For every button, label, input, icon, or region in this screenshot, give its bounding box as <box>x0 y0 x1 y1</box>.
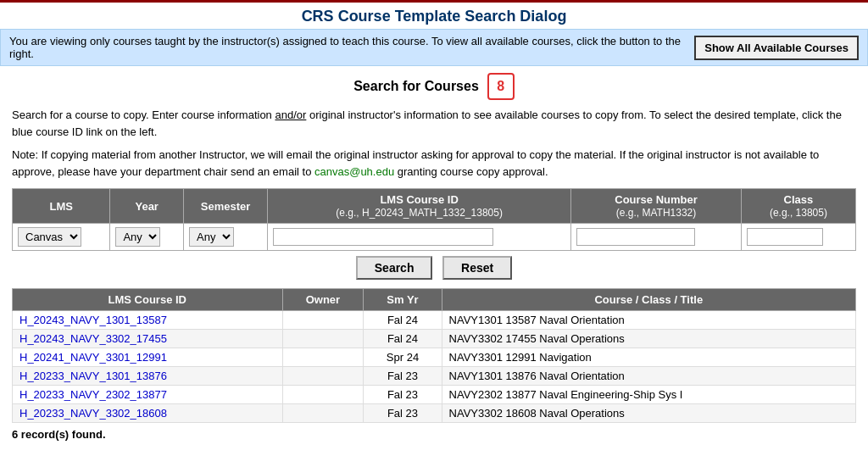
semester-select-cell: Any <box>183 224 267 251</box>
result-owner-cell <box>282 311 364 330</box>
lms-select[interactable]: Canvas Any <box>18 227 81 247</box>
table-row: H_20233_NAVY_3302_18608Fal 23NAVY3302 18… <box>13 404 856 423</box>
result-sm-yr-cell: Fal 23 <box>364 386 442 404</box>
course-id-link[interactable]: H_20243_NAVY_1301_13587 <box>19 314 167 326</box>
email-link[interactable]: canvas@uh.edu <box>314 165 394 178</box>
lms-select-cell: Canvas Any <box>13 224 110 251</box>
course-number-cell <box>571 224 742 251</box>
course-id-link[interactable]: H_20233_NAVY_3302_18608 <box>19 407 167 420</box>
col-year: Year <box>110 189 184 224</box>
col-lms: LMS <box>13 189 110 224</box>
search-buttons: Search Reset <box>12 256 856 280</box>
reset-button[interactable]: Reset <box>442 256 512 280</box>
info-bar-text: You are viewing only courses taught by t… <box>9 35 682 60</box>
course-number-input[interactable] <box>576 228 695 246</box>
search-section-title: Search for Courses 8 <box>12 73 856 100</box>
class-input[interactable] <box>747 228 823 246</box>
result-id-cell: H_20233_NAVY_1301_13876 <box>13 367 283 386</box>
result-sm-yr-cell: Spr 24 <box>364 348 442 367</box>
result-title-cell: NAVY1301 13587 Naval Orientation <box>442 311 855 330</box>
result-sm-yr-cell: Fal 24 <box>364 311 442 330</box>
result-owner-cell <box>282 348 364 367</box>
result-title-cell: NAVY1301 13876 Naval Orientation <box>442 367 855 386</box>
search-form-table: LMS Year Semester LMS Course ID(e.g., H_… <box>12 188 856 251</box>
result-col-owner: Owner <box>282 289 364 311</box>
copy-note: Note: If copying material from another I… <box>12 147 856 180</box>
lms-course-id-input[interactable] <box>273 228 493 246</box>
result-title-cell: NAVY2302 13877 Naval Engineering-Ship Sy… <box>442 386 855 404</box>
col-course-number: Course Number(e.g., MATH1332) <box>571 189 742 224</box>
lms-course-id-cell <box>268 224 571 251</box>
records-found: 6 record(s) found. <box>12 428 856 441</box>
class-cell <box>741 224 855 251</box>
result-sm-yr-cell: Fal 23 <box>364 404 442 423</box>
app-container: CRS Course Template Search Dialog You ar… <box>0 0 868 448</box>
result-sm-yr-cell: Fal 23 <box>364 367 442 386</box>
info-bar: You are viewing only courses taught by t… <box>0 29 868 66</box>
result-title-cell: NAVY3301 12991 Navigation <box>442 348 855 367</box>
table-row: H_20233_NAVY_2302_13877Fal 23NAVY2302 13… <box>13 386 856 404</box>
search-description: Search for a course to copy. Enter cours… <box>12 107 856 140</box>
result-id-cell: H_20241_NAVY_3301_12991 <box>13 348 283 367</box>
course-id-link[interactable]: H_20233_NAVY_1301_13876 <box>19 370 167 382</box>
year-select-cell: Any <box>110 224 184 251</box>
results-table: LMS Course ID Owner Sm Yr Course / Class… <box>12 288 856 423</box>
result-id-cell: H_20233_NAVY_3302_18608 <box>13 404 283 423</box>
result-title-cell: NAVY3302 18608 Naval Operations <box>442 404 855 423</box>
result-col-course-class-title: Course / Class / Title <box>442 289 855 311</box>
result-owner-cell <box>282 404 364 423</box>
table-row: H_20241_NAVY_3301_12991Spr 24NAVY3301 12… <box>13 348 856 367</box>
show-all-courses-button[interactable]: Show All Available Courses <box>694 36 859 60</box>
course-id-link[interactable]: H_20241_NAVY_3301_12991 <box>19 351 167 364</box>
table-row: H_20233_NAVY_1301_13876Fal 23NAVY1301 13… <box>13 367 856 386</box>
result-id-cell: H_20233_NAVY_2302_13877 <box>13 386 283 404</box>
col-class: Class(e.g., 13805) <box>741 189 855 224</box>
table-row: H_20243_NAVY_3302_17455Fal 24NAVY3302 17… <box>13 330 856 348</box>
title-bar: CRS Course Template Search Dialog <box>0 0 868 29</box>
result-title-cell: NAVY3302 17455 Naval Operations <box>442 330 855 348</box>
search-button[interactable]: Search <box>356 256 433 280</box>
col-semester: Semester <box>183 189 267 224</box>
course-id-link[interactable]: H_20233_NAVY_2302_13877 <box>19 388 167 401</box>
table-row: H_20243_NAVY_1301_13587Fal 24NAVY1301 13… <box>13 311 856 330</box>
result-owner-cell <box>282 386 364 404</box>
semester-select[interactable]: Any <box>189 227 234 247</box>
main-content: Search for Courses 8 Search for a course… <box>0 66 868 448</box>
result-owner-cell <box>282 330 364 348</box>
year-select[interactable]: Any <box>115 227 160 247</box>
result-col-lms-course-id: LMS Course ID <box>13 289 283 311</box>
col-lms-course-id: LMS Course ID(e.g., H_20243_MATH_1332_13… <box>268 189 571 224</box>
page-title: CRS Course Template Search Dialog <box>0 8 868 25</box>
annotation-badge-8: 8 <box>487 73 515 100</box>
course-id-link[interactable]: H_20243_NAVY_3302_17455 <box>19 332 167 345</box>
result-id-cell: H_20243_NAVY_3302_17455 <box>13 330 283 348</box>
result-col-sm-yr: Sm Yr <box>364 289 442 311</box>
result-sm-yr-cell: Fal 24 <box>364 330 442 348</box>
result-id-cell: H_20243_NAVY_1301_13587 <box>13 311 283 330</box>
result-owner-cell <box>282 367 364 386</box>
